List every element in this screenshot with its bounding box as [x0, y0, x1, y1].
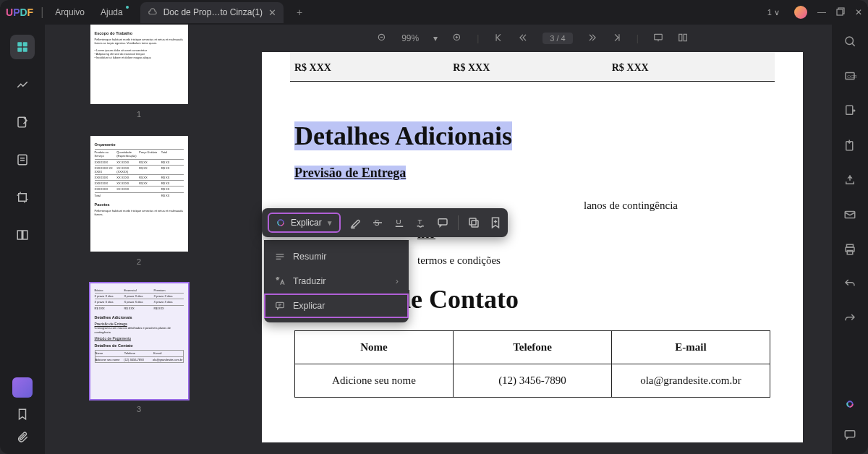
- ai-assistant-icon[interactable]: [843, 398, 856, 414]
- sidebar-crop-icon[interactable]: [10, 185, 35, 210]
- redo-icon[interactable]: [843, 312, 856, 328]
- squiggly-icon[interactable]: T: [414, 216, 427, 229]
- contact-val-nome: Adicione seu nome: [295, 364, 454, 397]
- price-3: R$ XXX: [612, 62, 770, 74]
- bookmark-add-icon[interactable]: [489, 216, 502, 229]
- ocr-icon[interactable]: OCR: [843, 69, 856, 85]
- app-logo: UPDF: [6, 7, 33, 18]
- highlight-tool-icon[interactable]: [349, 216, 362, 229]
- contact-val-email: ola@grandesite.com.br: [612, 364, 770, 397]
- bookmark-icon[interactable]: [10, 408, 35, 421]
- document-viewer: 99% ▾ | 3 / 4 | R$ XXX R$ XXX R$ XXX Det…: [233, 25, 832, 454]
- print-icon[interactable]: [843, 243, 856, 259]
- thumb-num-3: 3: [67, 405, 211, 414]
- contact-head-telefone: Telefone: [454, 331, 612, 364]
- view-mode-icon[interactable]: [678, 33, 688, 45]
- sidebar-highlight-icon[interactable]: [10, 72, 35, 97]
- comment-icon[interactable]: [436, 216, 449, 229]
- close-tab-icon[interactable]: ✕: [268, 7, 276, 18]
- svg-text:U: U: [396, 218, 401, 226]
- svg-rect-12: [23, 231, 27, 239]
- svg-rect-45: [438, 219, 447, 225]
- svg-rect-26: [846, 106, 853, 114]
- dropdown-resumir[interactable]: Resumir: [264, 244, 409, 269]
- thumbnails-panel: Escopo do Trabalho Pellentesque habitant…: [45, 25, 233, 454]
- minimize-icon[interactable]: —: [817, 7, 826, 17]
- svg-rect-10: [19, 194, 27, 202]
- account-dropdown[interactable]: 1 ∨: [763, 7, 784, 19]
- svg-rect-20: [679, 34, 682, 40]
- menu-ajuda[interactable]: Ajuda: [96, 4, 127, 20]
- thumb-num-2: 2: [67, 257, 211, 266]
- thumbnail-page-1[interactable]: Escopo do Trabalho Pellentesque habitant…: [90, 25, 188, 104]
- menu-arquivo[interactable]: Arquivo: [51, 4, 89, 20]
- avatar[interactable]: [794, 6, 807, 19]
- share-icon[interactable]: [843, 174, 856, 189]
- dropdown-traduzir[interactable]: Traduzir ›: [264, 269, 409, 294]
- thumb-num-1: 1: [67, 110, 211, 119]
- zoom-dropdown-icon[interactable]: ▾: [433, 33, 438, 43]
- mail-icon[interactable]: [843, 208, 856, 224]
- maximize-icon[interactable]: [836, 7, 845, 18]
- contact-val-telefone: (12) 3456-7890: [454, 364, 612, 397]
- contact-table: Nome Telefone E-mail Adicione seu nome (…: [294, 330, 770, 398]
- explain-label: Explicar: [291, 218, 322, 228]
- dropdown-explicar[interactable]: Explicar: [264, 294, 409, 318]
- titlebar: UPDF | Arquivo Ajuda Doc de Prop…to Cinz…: [0, 0, 868, 25]
- copy-icon[interactable]: [467, 216, 480, 229]
- left-sidebar: [0, 25, 45, 454]
- cloud-icon: [148, 7, 158, 19]
- document-tab[interactable]: Doc de Prop…to Cinza(1) ✕: [140, 2, 284, 23]
- svg-text:OCR: OCR: [847, 74, 856, 79]
- zoom-out-icon[interactable]: [377, 33, 387, 45]
- selection-toolbar: Explicar ▼ S U T: [262, 208, 508, 237]
- svg-rect-21: [684, 34, 686, 40]
- ai-dropdown-menu: Resumir Traduzir › Explicar: [264, 240, 409, 322]
- tab-title: Doc de Prop…to Cinza(1): [163, 7, 263, 17]
- search-icon[interactable]: [843, 35, 856, 51]
- import-icon[interactable]: [843, 139, 856, 155]
- presentation-icon[interactable]: [653, 33, 663, 45]
- prev-page-icon[interactable]: [518, 33, 528, 45]
- ai-cube-icon[interactable]: [12, 377, 33, 398]
- svg-text:T: T: [417, 218, 422, 226]
- svg-line-23: [852, 43, 855, 46]
- thumbnail-page-2[interactable]: Orçamento Produto ou ServiçoQuantidade (…: [90, 136, 188, 252]
- heading-detalhes-adicionais: Detalhes Adicionais: [294, 121, 770, 151]
- undo-icon[interactable]: [843, 278, 856, 294]
- underline-icon[interactable]: U: [393, 216, 406, 229]
- price-2: R$ XXX: [453, 62, 611, 74]
- sidebar-thumbnails[interactable]: [10, 35, 35, 59]
- svg-rect-35: [845, 431, 855, 437]
- explain-button[interactable]: Explicar ▼: [268, 213, 341, 233]
- first-page-icon[interactable]: [493, 33, 503, 45]
- svg-point-22: [846, 37, 854, 45]
- page-indicator[interactable]: 3 / 4: [542, 33, 572, 44]
- sidebar-page-icon[interactable]: [10, 147, 35, 172]
- svg-rect-11: [17, 231, 22, 239]
- thumbnail-page-3[interactable]: BásicoEssencialPremium X prazo X diasX p…: [90, 283, 188, 399]
- heading-previsao-entrega: Previsão de Entrega: [294, 166, 770, 181]
- contact-head-email: E-mail: [612, 331, 770, 364]
- zoom-in-icon[interactable]: [452, 33, 462, 45]
- attachment-icon[interactable]: [10, 431, 35, 444]
- next-page-icon[interactable]: [587, 33, 597, 45]
- svg-rect-46: [472, 220, 478, 227]
- svg-rect-2: [17, 42, 22, 46]
- svg-rect-4: [17, 48, 22, 52]
- close-window-icon[interactable]: ✕: [855, 7, 862, 17]
- svg-rect-47: [469, 218, 476, 225]
- zoom-level[interactable]: 99%: [401, 33, 419, 43]
- strikethrough-icon[interactable]: S: [371, 216, 384, 229]
- export-icon[interactable]: [843, 104, 856, 120]
- svg-rect-53: [276, 302, 284, 307]
- svg-rect-18: [655, 34, 663, 40]
- last-page-icon[interactable]: [612, 33, 622, 45]
- chat-icon[interactable]: [843, 428, 856, 444]
- contact-head-nome: Nome: [295, 331, 454, 364]
- sidebar-edit-icon[interactable]: [10, 110, 35, 134]
- price-1: R$ XXX: [294, 62, 453, 74]
- sidebar-compare-icon[interactable]: [10, 223, 35, 247]
- right-sidebar: OCR: [832, 25, 868, 454]
- new-tab-button[interactable]: +: [297, 7, 302, 18]
